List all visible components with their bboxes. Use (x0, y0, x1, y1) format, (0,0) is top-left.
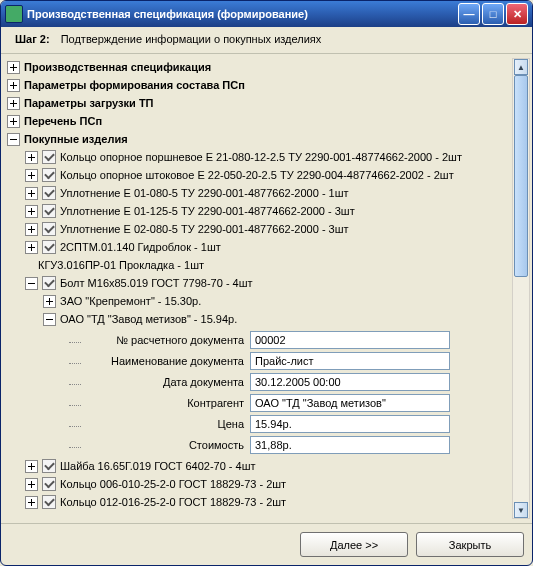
section-label: Параметры загрузки ТП (24, 95, 154, 112)
tree-item-supplier[interactable]: ЗАО "Крепремонт" - 15.30р. (7, 292, 512, 310)
tree-item[interactable]: Уплотнение Е 02-080-5 ТУ 2290-001-487766… (7, 220, 512, 238)
detail-row: Наименование документаПрайс-лист (77, 351, 512, 371)
section-spec[interactable]: Производственная спецификация (7, 58, 512, 76)
detail-label: № расчетного документа (77, 334, 250, 346)
expand-icon[interactable] (25, 169, 38, 182)
detail-label: Цена (77, 418, 250, 430)
item-label: Уплотнение Е 02-080-5 ТУ 2290-001-487766… (60, 221, 349, 238)
checkbox-icon[interactable] (42, 477, 56, 491)
minimize-button[interactable]: — (458, 3, 480, 25)
expand-icon[interactable] (25, 496, 38, 509)
tree-item[interactable]: Уплотнение Е 01-125-5 ТУ 2290-001-487746… (7, 202, 512, 220)
window-title: Производственная спецификация (формирова… (27, 8, 458, 20)
supplier-details: № расчетного документа00002Наименование … (77, 330, 512, 455)
tree-item-supplier[interactable]: ОАО "ТД "Завод метизов" - 15.94р. (7, 310, 512, 328)
section-list-psp[interactable]: Перечень ПСп (7, 112, 512, 130)
collapse-icon[interactable] (7, 133, 20, 146)
item-label: Уплотнение Е 01-080-5 ТУ 2290-001-487766… (60, 185, 349, 202)
content-pane: Производственная спецификация Параметры … (1, 54, 532, 523)
scroll-thumb[interactable] (514, 75, 528, 277)
detail-row: КонтрагентОАО "ТД "Завод метизов" (77, 393, 512, 413)
detail-label: Контрагент (77, 397, 250, 409)
section-label: Параметры формирования состава ПСп (24, 77, 245, 94)
item-label: Кольцо опорное штоковое Е 22-050-20-2.5 … (60, 167, 454, 184)
footer: Далее >> Закрыть (1, 523, 532, 565)
section-label: Покупные изделия (24, 131, 128, 148)
app-window: Производственная спецификация (формирова… (0, 0, 533, 566)
checkbox-icon[interactable] (42, 495, 56, 509)
item-label: ОАО "ТД "Завод метизов" - 15.94р. (60, 311, 237, 328)
tree-item[interactable]: Уплотнение Е 01-080-5 ТУ 2290-001-487766… (7, 184, 512, 202)
detail-value[interactable]: Прайс-лист (250, 352, 450, 370)
checkbox-icon[interactable] (42, 204, 56, 218)
item-label: ЗАО "Крепремонт" - 15.30р. (60, 293, 201, 310)
item-label: 2СПТМ.01.140 Гидроблок - 1шт (60, 239, 221, 256)
detail-row: Цена15.94р. (77, 414, 512, 434)
scroll-up-icon[interactable]: ▲ (514, 59, 528, 75)
item-label: Кольцо 006-010-25-2-0 ГОСТ 18829-73 - 2ш… (60, 476, 286, 493)
tree-scroll[interactable]: Производственная спецификация Параметры … (7, 58, 530, 519)
checkbox-icon[interactable] (42, 240, 56, 254)
checkbox-icon[interactable] (42, 168, 56, 182)
detail-label: Стоимость (77, 439, 250, 451)
expand-icon[interactable] (25, 460, 38, 473)
section-params-tp[interactable]: Параметры загрузки ТП (7, 94, 512, 112)
detail-row: Стоимость31,88р. (77, 435, 512, 455)
tree: Производственная спецификация Параметры … (7, 58, 530, 511)
tree-item[interactable]: Кольцо опорное штоковое Е 22-050-20-2.5 … (7, 166, 512, 184)
detail-row: № расчетного документа00002 (77, 330, 512, 350)
section-label: Производственная спецификация (24, 59, 211, 76)
section-purchased[interactable]: Покупные изделия (7, 130, 512, 148)
tree-item[interactable]: Кольцо 006-010-25-2-0 ГОСТ 18829-73 - 2ш… (7, 475, 512, 493)
detail-value[interactable]: 15.94р. (250, 415, 450, 433)
close-button[interactable]: ✕ (506, 3, 528, 25)
checkbox-icon[interactable] (42, 276, 56, 290)
expand-icon[interactable] (43, 295, 56, 308)
collapse-icon[interactable] (25, 277, 38, 290)
tree-item[interactable]: КГУ3.016ПР-01 Прокладка - 1шт (7, 256, 512, 274)
item-label: Болт М16х85.019 ГОСТ 7798-70 - 4шт (60, 275, 253, 292)
next-button[interactable]: Далее >> (300, 532, 408, 557)
expand-icon[interactable] (25, 205, 38, 218)
expand-icon[interactable] (25, 478, 38, 491)
close-dialog-button[interactable]: Закрыть (416, 532, 524, 557)
tree-item-bolt[interactable]: Болт М16х85.019 ГОСТ 7798-70 - 4шт (7, 274, 512, 292)
detail-label: Дата документа (77, 376, 250, 388)
expand-icon[interactable] (25, 241, 38, 254)
item-label: Уплотнение Е 01-125-5 ТУ 2290-001-487746… (60, 203, 355, 220)
app-icon (5, 5, 23, 23)
expand-icon[interactable] (7, 115, 20, 128)
titlebar[interactable]: Производственная спецификация (формирова… (1, 1, 532, 27)
expand-icon[interactable] (25, 223, 38, 236)
item-label: КГУ3.016ПР-01 Прокладка - 1шт (38, 257, 204, 274)
detail-row: Дата документа30.12.2005 00:00 (77, 372, 512, 392)
item-label: Кольцо опорное поршневое Е 21-080-12-2.5… (60, 149, 462, 166)
detail-value[interactable]: 00002 (250, 331, 450, 349)
expand-icon[interactable] (25, 151, 38, 164)
tree-item[interactable]: 2СПТМ.01.140 Гидроблок - 1шт (7, 238, 512, 256)
tree-item[interactable]: Кольцо 012-016-25-2-0 ГОСТ 18829-73 - 2ш… (7, 493, 512, 511)
expand-icon[interactable] (25, 187, 38, 200)
maximize-button[interactable]: □ (482, 3, 504, 25)
detail-label: Наименование документа (77, 355, 250, 367)
checkbox-icon[interactable] (42, 150, 56, 164)
detail-value[interactable]: 31,88р. (250, 436, 450, 454)
item-label: Кольцо 012-016-25-2-0 ГОСТ 18829-73 - 2ш… (60, 494, 286, 511)
section-params-psp[interactable]: Параметры формирования состава ПСп (7, 76, 512, 94)
expand-icon[interactable] (7, 61, 20, 74)
checkbox-icon[interactable] (42, 186, 56, 200)
vertical-scrollbar[interactable]: ▲ ▼ (512, 58, 530, 519)
expand-icon[interactable] (7, 97, 20, 110)
detail-value[interactable]: ОАО "ТД "Завод метизов" (250, 394, 450, 412)
step-label: Шаг 2: (15, 33, 50, 45)
tree-item[interactable]: Кольцо опорное поршневое Е 21-080-12-2.5… (7, 148, 512, 166)
scroll-down-icon[interactable]: ▼ (514, 502, 528, 518)
detail-value[interactable]: 30.12.2005 00:00 (250, 373, 450, 391)
section-label: Перечень ПСп (24, 113, 102, 130)
collapse-icon[interactable] (43, 313, 56, 326)
expand-icon[interactable] (7, 79, 20, 92)
step-text: Подтверждение информации о покупных изде… (61, 33, 322, 45)
tree-item[interactable]: Шайба 16.65Г.019 ГОСТ 6402-70 - 4шт (7, 457, 512, 475)
checkbox-icon[interactable] (42, 222, 56, 236)
checkbox-icon[interactable] (42, 459, 56, 473)
